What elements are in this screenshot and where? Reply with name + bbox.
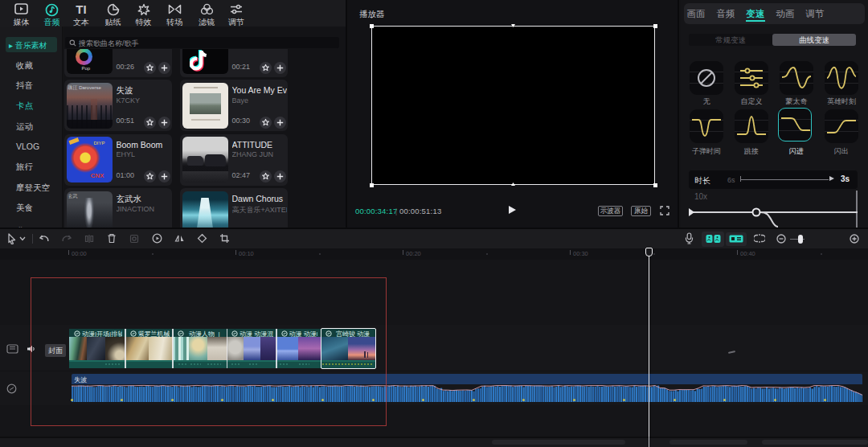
svg-text:TI: TI (76, 3, 86, 15)
